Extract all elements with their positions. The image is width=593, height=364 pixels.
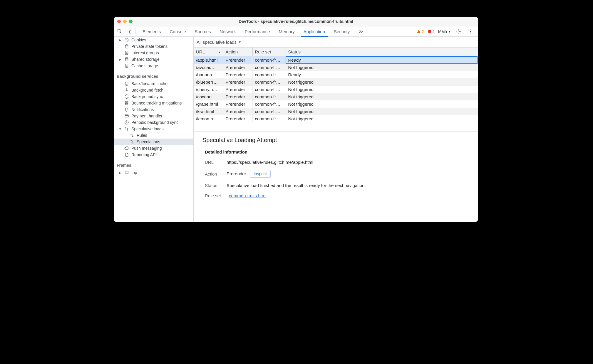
- sidebar-item-label: Interest groups: [131, 50, 159, 55]
- tab-application[interactable]: Application: [299, 26, 329, 36]
- triangle-right-icon[interactable]: ▶: [118, 58, 122, 61]
- sidebar-item-payment-handler[interactable]: Payment handler: [114, 113, 193, 119]
- sidebar-item-label: Shared storage: [131, 57, 160, 62]
- cell-url: /lemon.h…: [194, 115, 223, 122]
- sidebar-item-label: Background fetch: [131, 88, 163, 92]
- chevron-down-icon: ▼: [448, 30, 451, 33]
- detail-ruleset-link[interactable]: common-fruits.html: [229, 193, 267, 198]
- sidebar-item-private-state-tokens[interactable]: Private state tokens: [114, 43, 193, 50]
- table-row[interactable]: /coconut…Prerendercommon-fr…Not triggere…: [194, 93, 478, 100]
- sidebar-item-label: Push messaging: [131, 146, 162, 151]
- sidebar-item-shared-storage[interactable]: ▶Shared storage: [114, 56, 193, 63]
- tab-console[interactable]: Console: [165, 26, 190, 36]
- tab-elements[interactable]: Elements: [138, 26, 165, 36]
- cell-url: /blueberr…: [194, 78, 223, 86]
- window-controls: [114, 20, 133, 23]
- errors-badge[interactable]: 2: [428, 29, 435, 34]
- tab-memory[interactable]: Memory: [274, 26, 299, 36]
- svg-point-7: [470, 33, 471, 33]
- table-row[interactable]: /lemon.h…Prerendercommon-fr…Not triggere…: [194, 115, 478, 122]
- sync-icon: [124, 94, 129, 99]
- settings-gear-icon[interactable]: [455, 27, 463, 36]
- sidebar-item-background-fetch[interactable]: Background fetch: [114, 87, 193, 93]
- detail-heading: Speculative Loading Attempt: [202, 137, 471, 144]
- sidebar-item-interest-groups[interactable]: Interest groups: [114, 50, 193, 56]
- sidebar-item-speculations[interactable]: Speculations: [114, 139, 193, 145]
- tab-performance[interactable]: Performance: [240, 26, 274, 36]
- device-toggle-icon[interactable]: [125, 27, 133, 36]
- detail-action-label: Action: [205, 171, 221, 176]
- tabs-overflow-button[interactable]: ≫: [354, 26, 368, 36]
- cell-url: /kiwi.html: [194, 108, 223, 115]
- more-menu-icon[interactable]: [466, 27, 475, 36]
- filter-bar: All speculative loads ▼: [194, 37, 478, 48]
- warnings-count: 2: [422, 29, 424, 34]
- sidebar-item-periodic-background-sync[interactable]: Periodic background sync: [114, 119, 193, 126]
- sidebar-item-rules[interactable]: Rules: [114, 132, 193, 139]
- cell-action: Prerender: [223, 56, 252, 64]
- svg-point-16: [125, 101, 128, 102]
- warnings-badge[interactable]: 2: [417, 29, 424, 34]
- detail-pane: Speculative Loading Attempt Detailed inf…: [194, 131, 478, 222]
- table-row[interactable]: /apple.htmlPrerendercommon-fr…Ready: [194, 56, 478, 64]
- sidebar-item-push-messaging[interactable]: Push messaging: [114, 145, 193, 151]
- detail-action-value: Prerender Inspect: [227, 170, 271, 178]
- speculations-table-wrap: URL▲ Action Rule set Status /apple.htmlP…: [194, 48, 478, 131]
- table-row[interactable]: /cherry.h…Prerendercommon-fr…Not trigger…: [194, 86, 478, 93]
- triangle-right-icon[interactable]: ▶: [118, 38, 122, 42]
- tab-security[interactable]: Security: [329, 26, 354, 36]
- table-row[interactable]: /kiwi.htmlPrerendercommon-fr…Not trigger…: [194, 108, 478, 115]
- tab-sources[interactable]: Sources: [190, 26, 215, 36]
- sidebar-item-background-sync[interactable]: Background sync: [114, 93, 193, 100]
- column-header-ruleset[interactable]: Rule set: [252, 48, 286, 56]
- detail-ruleset-label: Rule set: [205, 193, 224, 198]
- table-row[interactable]: /blueberr…Prerendercommon-fr…Not trigger…: [194, 78, 478, 86]
- clock-icon: [124, 120, 129, 125]
- context-selector[interactable]: Main ▼: [438, 29, 451, 34]
- sidebar-item-label: Rules: [137, 133, 147, 138]
- cell-url: /coconut…: [194, 93, 223, 100]
- sidebar-item-cookies[interactable]: ▶Cookies: [114, 37, 193, 43]
- column-header-url[interactable]: URL▲: [194, 48, 223, 56]
- triangle-down-icon[interactable]: ▼: [118, 127, 122, 131]
- svg-point-12: [125, 51, 128, 52]
- cell-action: Prerender: [223, 78, 252, 86]
- cell-action: Prerender: [223, 93, 252, 100]
- swap-icon: [124, 127, 129, 131]
- page-icon: [124, 152, 129, 157]
- close-window-button[interactable]: [117, 20, 121, 23]
- filter-dropdown[interactable]: All speculative loads ▼: [197, 40, 241, 45]
- sidebar-item-label: top: [131, 170, 137, 175]
- arrow-down-icon: [124, 88, 129, 92]
- sidebar-item-cache-storage[interactable]: Cache storage: [114, 63, 193, 69]
- table-row[interactable]: /avocad…Prerendercommon-fr…Not triggered: [194, 64, 478, 71]
- sidebar-item-speculative-loads[interactable]: ▼Speculative loads: [114, 126, 193, 132]
- triangle-right-icon[interactable]: ▶: [118, 171, 122, 174]
- cell-status: Not triggered: [286, 64, 478, 71]
- tab-network[interactable]: Network: [215, 26, 240, 36]
- svg-point-11: [125, 45, 128, 46]
- column-header-action[interactable]: Action: [223, 48, 252, 56]
- svg-rect-3: [428, 30, 431, 33]
- swap-icon: [130, 139, 134, 144]
- table-row[interactable]: /grape.htmlPrerendercommon-fr…Not trigge…: [194, 100, 478, 108]
- inspect-element-icon[interactable]: [115, 27, 124, 36]
- cell-ruleset: common-fr…: [252, 56, 286, 64]
- sidebar-item-bounce-tracking-mitigations[interactable]: Bounce tracking mitigations: [114, 100, 193, 106]
- inspect-button[interactable]: Inspect: [250, 170, 271, 178]
- sidebar-item-notifications[interactable]: Notifications: [114, 106, 193, 113]
- minimize-window-button[interactable]: [123, 20, 127, 23]
- column-header-status[interactable]: Status: [286, 48, 478, 56]
- sidebar-item-reporting-api[interactable]: Reporting API: [114, 151, 193, 158]
- detail-subheading: Detailed information: [205, 149, 471, 154]
- cell-ruleset: common-fr…: [252, 115, 286, 122]
- filter-label: All speculative loads: [197, 40, 237, 45]
- sidebar-item-label: Cache storage: [131, 63, 158, 68]
- sidebar-item-label: Reporting API: [131, 152, 157, 157]
- detail-status-value: Speculative load finished and the result…: [227, 183, 366, 188]
- table-row[interactable]: /banana.…Prerendercommon-fr…Ready: [194, 71, 478, 78]
- sidebar-item-back-forward-cache[interactable]: Back/forward cache: [114, 80, 193, 87]
- swap-icon: [130, 133, 134, 138]
- sidebar-item-top[interactable]: ▶top: [114, 169, 193, 176]
- maximize-window-button[interactable]: [129, 20, 133, 23]
